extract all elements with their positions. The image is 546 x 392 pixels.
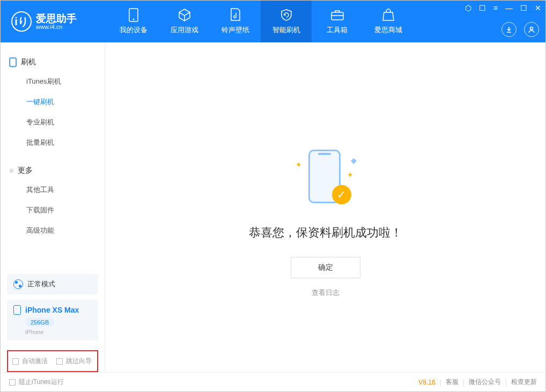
menu-icon[interactable]: ≡: [493, 4, 498, 12]
checkbox-label: 自动激活: [22, 357, 48, 366]
version-label: V8.16: [418, 379, 435, 386]
logo-area: iり 爱思助手 www.i4.cn: [1, 11, 108, 32]
sidebar-header-more: ≡ 更多: [1, 161, 105, 180]
sidebar-section-flash: 刷机 iTunes刷机 一键刷机 专业刷机 批量刷机: [1, 49, 105, 157]
tab-device[interactable]: 我的设备: [108, 1, 159, 42]
customer-service-link[interactable]: 客服: [446, 378, 459, 387]
svg-rect-4: [10, 58, 16, 66]
device-info[interactable]: iPhone XS Max 256GB iPhone: [7, 300, 98, 341]
tab-toolbox[interactable]: 工具箱: [312, 1, 363, 42]
mode-label: 正常模式: [27, 279, 55, 289]
success-illustration: ✦ ◆ ✦ ✓: [293, 150, 358, 209]
feedback-icon[interactable]: ☐: [479, 4, 486, 12]
mode-icon: [13, 279, 23, 289]
app-title: 爱思助手: [36, 13, 77, 24]
separator: |: [505, 379, 507, 386]
success-message: 恭喜您，保资料刷机成功啦！: [249, 225, 402, 241]
refresh-shield-icon: [279, 8, 293, 22]
close-icon[interactable]: ✕: [535, 4, 541, 12]
header: iり 爱思助手 www.i4.cn 我的设备 应用游戏 铃声壁纸 智能刷机 工具…: [1, 1, 545, 42]
sidebar: 刷机 iTunes刷机 一键刷机 专业刷机 批量刷机 ≡ 更多 其他工具 下载固…: [1, 42, 105, 372]
music-file-icon: [228, 8, 242, 22]
tab-label: 应用游戏: [171, 25, 198, 35]
device-type: iPhone: [25, 329, 92, 335]
checkbox-auto-activate[interactable]: 自动激活: [12, 357, 48, 366]
maximize-icon[interactable]: ☐: [520, 4, 527, 12]
svg-point-1: [132, 19, 134, 20]
svg-point-3: [530, 27, 533, 30]
checkbox-label: 阻止iTunes运行: [19, 378, 64, 387]
tab-store[interactable]: 爱思商城: [363, 1, 414, 42]
sidebar-item-batch[interactable]: 批量刷机: [1, 132, 105, 153]
separator: |: [440, 379, 441, 386]
checkbox-icon: [12, 358, 19, 365]
app-subtitle: www.i4.cn: [36, 24, 77, 30]
sparkle-icon: ◆: [351, 156, 357, 165]
tab-apps[interactable]: 应用游戏: [159, 1, 210, 42]
sidebar-item-advanced[interactable]: 高级功能: [1, 220, 105, 241]
cube-icon: [178, 8, 191, 22]
section-label: 刷机: [21, 57, 36, 67]
tab-flash[interactable]: 智能刷机: [261, 1, 312, 42]
checkbox-icon: [9, 379, 16, 386]
toolbox-icon: [330, 8, 344, 22]
sidebar-item-download[interactable]: 下载固件: [1, 200, 105, 220]
footer-left: 阻止iTunes运行: [9, 378, 64, 387]
sparkle-icon: ✦: [296, 160, 302, 169]
view-log-link[interactable]: 查看日志: [312, 288, 340, 298]
phone-outline-icon: [9, 57, 17, 67]
device-storage: 256GB: [25, 318, 54, 327]
sidebar-item-pro[interactable]: 专业刷机: [1, 112, 105, 132]
device-name-row: iPhone XS Max: [13, 305, 92, 315]
check-update-link[interactable]: 检查更新: [511, 378, 537, 387]
checkmark-badge-icon: ✓: [332, 185, 351, 204]
body: 刷机 iTunes刷机 一键刷机 专业刷机 批量刷机 ≡ 更多 其他工具 下载固…: [1, 42, 545, 372]
mode-box[interactable]: 正常模式: [7, 274, 98, 294]
footer: 阻止iTunes运行 V8.16 | 客服 | 微信公众号 | 检查更新: [1, 372, 545, 391]
svg-rect-2: [331, 12, 343, 20]
checkbox-row-highlighted: 自动激活 跳过向导: [7, 350, 98, 372]
minimize-icon[interactable]: —: [505, 4, 513, 12]
list-icon: ≡: [9, 166, 13, 175]
sidebar-header-flash: 刷机: [1, 53, 105, 71]
shirt-icon[interactable]: ⬡: [465, 4, 471, 12]
tab-label: 智能刷机: [272, 25, 300, 35]
checkbox-skip-guide[interactable]: 跳过向导: [56, 357, 92, 366]
user-icon[interactable]: [524, 22, 539, 37]
confirm-button[interactable]: 确定: [291, 257, 360, 278]
tab-label: 工具箱: [327, 25, 348, 35]
tab-label: 我的设备: [120, 25, 147, 35]
checkbox-block-itunes[interactable]: 阻止iTunes运行: [9, 378, 64, 387]
section-label: 更多: [18, 166, 33, 175]
footer-right: V8.16 | 客服 | 微信公众号 | 检查更新: [418, 378, 537, 387]
device-panel: 正常模式 iPhone XS Max 256GB iPhone: [7, 274, 98, 341]
tab-ringtone[interactable]: 铃声壁纸: [210, 1, 261, 42]
tab-label: 爱思商城: [374, 25, 402, 35]
header-action-icons: [501, 22, 539, 37]
sidebar-item-oneclick[interactable]: 一键刷机: [1, 92, 105, 112]
checkbox-label: 跳过向导: [66, 357, 92, 366]
checkbox-icon: [56, 358, 63, 365]
phone-notch: [318, 153, 331, 155]
separator: |: [463, 379, 464, 386]
device-name: iPhone XS Max: [25, 306, 79, 314]
logo-icon: iり: [11, 11, 32, 32]
wechat-link[interactable]: 微信公众号: [469, 378, 501, 387]
sidebar-item-itunes[interactable]: iTunes刷机: [1, 71, 105, 92]
sidebar-section-more: ≡ 更多 其他工具 下载固件 高级功能: [1, 157, 105, 245]
download-icon[interactable]: [501, 22, 517, 37]
sparkle-icon: ✦: [347, 171, 353, 179]
tab-label: 铃声壁纸: [222, 25, 249, 35]
main-content: ✦ ◆ ✦ ✓ 恭喜您，保资料刷机成功啦！ 确定 查看日志: [105, 42, 545, 372]
main-tabs: 我的设备 应用游戏 铃声壁纸 智能刷机 工具箱 爱思商城: [108, 1, 414, 42]
window-controls: ⬡ ☐ ≡ — ☐ ✕: [465, 4, 541, 12]
device-phone-icon: [13, 305, 21, 315]
sidebar-item-other[interactable]: 其他工具: [1, 180, 105, 200]
phone-icon: [127, 8, 141, 22]
logo-text: 爱思助手 www.i4.cn: [36, 13, 77, 30]
shopping-bag-icon: [381, 8, 395, 22]
